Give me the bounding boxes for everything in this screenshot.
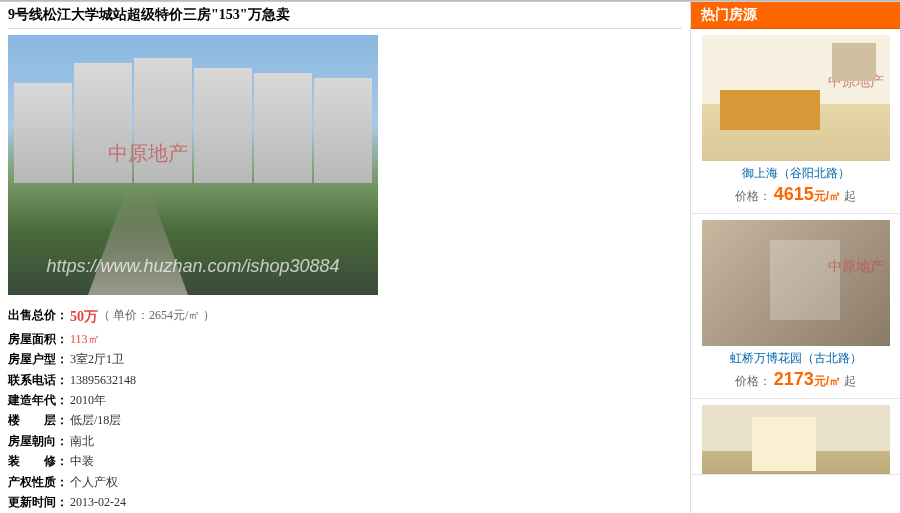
- year-value: 2010年: [70, 390, 106, 410]
- layout-value: 3室2厅1卫: [70, 349, 124, 369]
- hot-price: 4615元/㎡: [774, 184, 841, 204]
- hot-thumb: 中原地产: [702, 35, 890, 161]
- hot-card[interactable]: [691, 399, 900, 475]
- spec-row-price: 出售总价： 50万 （ 单价：2654元/㎡ ）: [8, 305, 682, 329]
- listing-photo: 中原地产 https://www.huzhan.com/ishop30884: [8, 35, 378, 295]
- orient-label: 房屋朝向：: [8, 431, 70, 451]
- spec-row-area: 房屋面积： 113㎡: [8, 329, 682, 349]
- spec-row-layout: 房屋户型： 3室2厅1卫: [8, 349, 682, 369]
- phone-value: 13895632148: [70, 370, 136, 390]
- hot-card[interactable]: 中原地产 虹桥万博花园（古北路） 价格： 2173元/㎡ 起: [691, 214, 900, 399]
- hot-price-suffix: 起: [844, 374, 856, 388]
- spec-row-deco: 装 修： 中装: [8, 451, 682, 471]
- hot-title[interactable]: 虹桥万博花园（古北路）: [699, 350, 892, 367]
- floor-value: 低层/18层: [70, 410, 121, 430]
- update-value: 2013-02-24: [70, 492, 126, 512]
- spec-row-rights: 产权性质： 个人产权: [8, 472, 682, 492]
- hot-price-row: 价格： 4615元/㎡ 起: [699, 184, 892, 205]
- area-label: 房屋面积：: [8, 329, 70, 349]
- hot-title[interactable]: 御上海（谷阳北路）: [699, 165, 892, 182]
- year-label: 建造年代：: [8, 390, 70, 410]
- layout-label: 房屋户型：: [8, 349, 70, 369]
- hot-price-suffix: 起: [844, 189, 856, 203]
- update-label: 更新时间：: [8, 492, 70, 512]
- spec-row-year: 建造年代： 2010年: [8, 390, 682, 410]
- rights-label: 产权性质：: [8, 472, 70, 492]
- listing-title: 9号线松江大学城站超级特价三房"153"万急卖: [8, 4, 682, 29]
- watermark-brand: 中原地产: [828, 258, 884, 276]
- area-value: 113㎡: [70, 329, 100, 349]
- watermark-url: https://www.huzhan.com/ishop30884: [8, 256, 378, 277]
- rights-value: 个人产权: [70, 472, 118, 492]
- watermark-brand: 中原地产: [108, 140, 188, 167]
- spec-row-floor: 楼 层： 低层/18层: [8, 410, 682, 430]
- hot-thumb: 中原地产: [702, 220, 890, 346]
- hot-card[interactable]: 中原地产 御上海（谷阳北路） 价格： 4615元/㎡ 起: [691, 29, 900, 214]
- hot-price-label: 价格：: [735, 189, 771, 203]
- hot-thumb: [702, 405, 890, 475]
- deco-label: 装 修：: [8, 451, 70, 471]
- price-label: 出售总价：: [8, 305, 70, 329]
- hot-price: 2173元/㎡: [774, 369, 841, 389]
- hot-price-row: 价格： 2173元/㎡ 起: [699, 369, 892, 390]
- unit-price: （ 单价：2654元/㎡ ）: [98, 305, 215, 329]
- deco-value: 中装: [70, 451, 94, 471]
- orient-value: 南北: [70, 431, 94, 451]
- watermark-brand: 中原地产: [828, 73, 884, 91]
- spec-row-phone: 联系电话： 13895632148: [8, 370, 682, 390]
- hot-price-label: 价格：: [735, 374, 771, 388]
- phone-label: 联系电话：: [8, 370, 70, 390]
- floor-label: 楼 层：: [8, 410, 70, 430]
- spec-row-update: 更新时间： 2013-02-24: [8, 492, 682, 512]
- hot-listings-header: 热门房源: [691, 2, 900, 29]
- price-value: 50万: [70, 305, 98, 329]
- spec-row-orient: 房屋朝向： 南北: [8, 431, 682, 451]
